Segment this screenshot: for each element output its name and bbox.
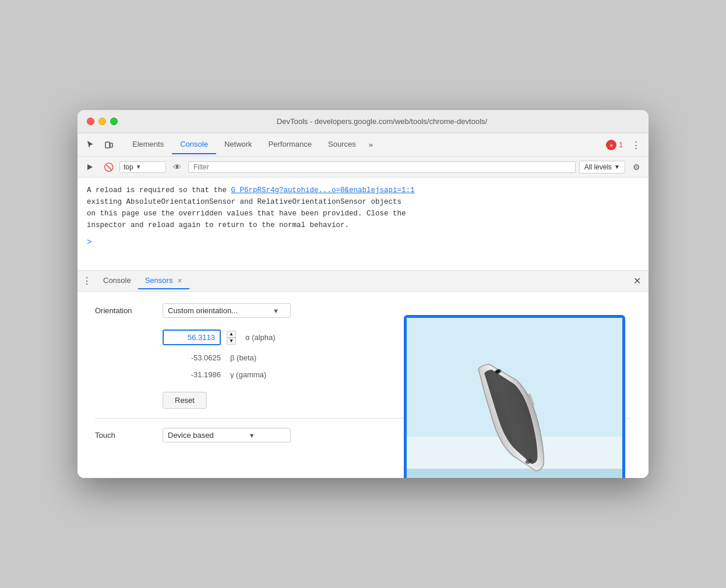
minimize-traffic-light[interactable] <box>98 118 106 125</box>
console-link[interactable]: G_P6rpRSr4g?autohide...o=0&enablejsapi=1… <box>231 186 415 194</box>
touch-dropdown-value: Device based <box>168 431 214 440</box>
log-levels-btn[interactable]: All levels ▼ <box>579 161 625 173</box>
tab-console[interactable]: Console <box>172 135 216 154</box>
tab-sources[interactable]: Sources <box>320 135 364 154</box>
filter-input[interactable] <box>193 163 570 171</box>
traffic-lights <box>87 118 118 125</box>
alpha-spinner-up[interactable]: ▲ <box>227 331 236 338</box>
touch-dropdown[interactable]: Device based ▼ <box>163 428 291 442</box>
run-scripts-btn[interactable] <box>82 160 97 175</box>
console-message: A reload is required so that the G_P6rpR… <box>87 185 639 231</box>
main-tab-bar: Elements Console Network Performance Sou… <box>124 135 604 154</box>
beta-label: β (beta) <box>230 353 288 362</box>
filter-bar: 🚫 top ▼ 👁 All levels ▼ ⚙ <box>77 157 649 178</box>
svg-rect-0 <box>105 142 110 148</box>
phone-visualization-overlay <box>404 315 625 478</box>
devtools-menu-btn[interactable]: ⋮ <box>628 137 644 153</box>
cursor-icon-btn[interactable] <box>82 137 98 153</box>
touch-label: Touch <box>95 431 153 440</box>
sensors-tab-label: Sensors <box>145 276 173 285</box>
eye-icon-btn[interactable]: 👁 <box>170 160 185 175</box>
log-levels-arrow: ▼ <box>614 164 620 170</box>
close-traffic-light[interactable] <box>87 118 94 125</box>
filter-input-wrap[interactable] <box>188 161 576 173</box>
beta-value: -53.0625 <box>163 353 221 362</box>
alpha-input[interactable] <box>163 330 221 345</box>
reset-button[interactable]: Reset <box>163 392 207 409</box>
devtools-toolbar: Elements Console Network Performance Sou… <box>77 133 649 157</box>
alpha-spinner: ▲ ▼ <box>227 331 236 345</box>
svg-text:✕: ✕ <box>609 143 614 148</box>
console-output: A reload is required so that the G_P6rpR… <box>77 178 649 271</box>
bottom-panel: ⋮ Console Sensors ✕ ✕ Orientation Custom… <box>77 271 649 478</box>
toolbar-right: ✕ 1 ⋮ <box>606 137 644 153</box>
error-count: 1 <box>619 141 623 149</box>
window-title: DevTools - developers.google.com/web/too… <box>125 117 639 126</box>
alpha-label: α (alpha) <box>245 333 304 342</box>
gamma-value: -31.1986 <box>163 370 221 379</box>
console-prompt[interactable]: > <box>87 236 639 249</box>
title-bar: DevTools - developers.google.com/web/too… <box>77 110 649 133</box>
bottom-tab-console[interactable]: Console <box>96 272 138 289</box>
orientation-dropdown-arrow: ▼ <box>273 307 279 314</box>
svg-rect-1 <box>110 143 112 147</box>
gamma-label: γ (gamma) <box>230 370 288 379</box>
tab-network[interactable]: Network <box>216 135 260 154</box>
phone-viz <box>407 318 622 478</box>
context-selector[interactable]: top ▼ <box>119 161 166 173</box>
orientation-label: Orientation <box>95 306 153 315</box>
error-area: ✕ 1 <box>606 140 623 150</box>
alpha-spinner-down[interactable]: ▼ <box>227 338 236 345</box>
log-levels-label: All levels <box>584 163 612 171</box>
more-tabs-btn[interactable]: » <box>364 136 378 154</box>
toolbar-icons <box>82 137 117 153</box>
bottom-tab-sensors[interactable]: Sensors ✕ <box>138 272 189 289</box>
devtools-window: DevTools - developers.google.com/web/too… <box>77 110 649 478</box>
device-icon-btn[interactable] <box>101 137 117 153</box>
context-arrow: ▼ <box>136 164 142 170</box>
tab-elements[interactable]: Elements <box>124 135 172 154</box>
message-part1: A reload is required so that the <box>87 186 231 194</box>
block-requests-btn[interactable]: 🚫 <box>101 160 116 175</box>
sensors-tab-close[interactable]: ✕ <box>177 277 182 284</box>
console-settings-btn[interactable]: ⚙ <box>629 160 644 175</box>
svg-marker-4 <box>87 164 93 170</box>
touch-dropdown-arrow: ▼ <box>249 432 255 439</box>
context-value: top <box>124 163 133 171</box>
tab-performance[interactable]: Performance <box>260 135 320 154</box>
bottom-menu-icon[interactable]: ⋮ <box>82 275 91 286</box>
message-part3: on this page use the overridden values t… <box>87 210 406 218</box>
maximize-traffic-light[interactable] <box>110 118 118 125</box>
sensors-panel: Orientation Custom orientation... ▼ ▲ ▼ … <box>77 292 649 478</box>
orientation-dropdown[interactable]: Custom orientation... ▼ <box>163 303 291 318</box>
orientation-dropdown-value: Custom orientation... <box>168 306 238 315</box>
bottom-tab-bar: ⋮ Console Sensors ✕ ✕ <box>77 271 649 292</box>
panel-close-btn[interactable]: ✕ <box>630 274 644 288</box>
error-badge: ✕ <box>606 140 616 150</box>
message-part2: existing AbsoluteOrientationSensor and R… <box>87 198 401 206</box>
message-part4: inspector and reload again to return to … <box>87 221 349 229</box>
